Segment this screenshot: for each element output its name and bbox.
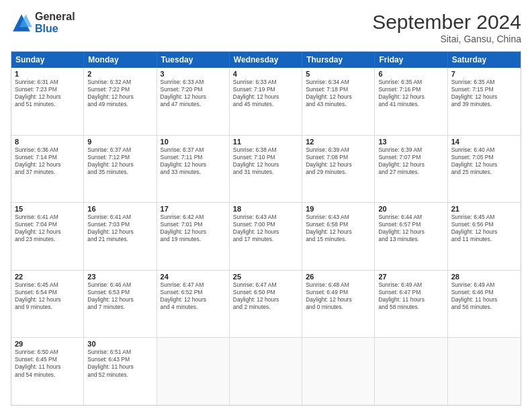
cell-info-line: and 52 minutes. xyxy=(87,371,152,379)
day-cell-29: 29Sunrise: 6:50 AMSunset: 6:45 PMDayligh… xyxy=(11,338,84,405)
cell-info-line: Sunrise: 6:48 AM xyxy=(306,281,371,289)
cell-info-line: and 27 minutes. xyxy=(378,169,443,176)
day-cell-13: 13Sunrise: 6:39 AMSunset: 7:07 PMDayligh… xyxy=(375,136,447,203)
cell-info-line: Sunrise: 6:31 AM xyxy=(15,79,80,86)
day-number: 29 xyxy=(15,340,80,348)
cell-info-line: Daylight: 12 hours xyxy=(233,161,298,169)
cell-info-line: Daylight: 11 hours xyxy=(87,363,152,371)
cell-info-line: Sunrise: 6:41 AM xyxy=(87,214,152,221)
calendar-row-3: 15Sunrise: 6:41 AMSunset: 7:04 PMDayligh… xyxy=(11,203,521,271)
cell-info-line: Daylight: 12 hours xyxy=(15,296,80,304)
cell-info-line: Sunrise: 6:33 AM xyxy=(161,79,226,86)
cell-info-line: Daylight: 12 hours xyxy=(87,161,152,169)
day-cell-15: 15Sunrise: 6:41 AMSunset: 7:04 PMDayligh… xyxy=(11,203,84,270)
cell-info-line: and 31 minutes. xyxy=(233,169,298,176)
cell-info-line: and 37 minutes. xyxy=(15,169,80,176)
cell-info-line: Sunrise: 6:32 AM xyxy=(87,79,152,86)
cell-info-line: Daylight: 12 hours xyxy=(233,296,298,304)
day-cell-27: 27Sunrise: 6:49 AMSunset: 6:47 PMDayligh… xyxy=(375,271,447,338)
cell-info-line: Sunrise: 6:49 AM xyxy=(378,281,443,289)
cell-info-line: and 29 minutes. xyxy=(306,169,371,176)
day-number: 2 xyxy=(87,70,152,78)
cell-info-line: Sunrise: 6:37 AM xyxy=(161,146,226,154)
cell-info-line: Sunset: 6:50 PM xyxy=(233,289,298,296)
day-number: 11 xyxy=(233,138,298,146)
cell-info-line: and 25 minutes. xyxy=(451,169,517,176)
cell-info-line: Sunset: 7:22 PM xyxy=(87,86,152,93)
day-number: 22 xyxy=(15,273,80,281)
calendar: SundayMondayTuesdayWednesdayThursdayFrid… xyxy=(11,51,521,406)
day-number: 19 xyxy=(306,205,371,213)
cell-info-line: and 54 minutes. xyxy=(15,371,80,379)
cell-info-line: Daylight: 12 hours xyxy=(233,93,298,101)
day-number: 17 xyxy=(161,205,226,213)
cell-info-line: Sunrise: 6:44 AM xyxy=(378,214,443,221)
day-cell-28: 28Sunrise: 6:49 AMSunset: 6:46 PMDayligh… xyxy=(448,271,521,338)
day-number: 21 xyxy=(451,205,517,213)
day-number: 15 xyxy=(15,205,80,213)
day-cell-7: 7Sunrise: 6:35 AMSunset: 7:15 PMDaylight… xyxy=(448,68,521,135)
empty-cell-4-2 xyxy=(157,338,230,405)
cell-info-line: and 23 minutes. xyxy=(15,236,80,243)
day-cell-11: 11Sunrise: 6:38 AMSunset: 7:10 PMDayligh… xyxy=(230,136,302,203)
cell-info-line: and 58 minutes. xyxy=(378,304,443,311)
day-cell-4: 4Sunrise: 6:33 AMSunset: 7:19 PMDaylight… xyxy=(230,68,302,135)
cell-info-line: Sunset: 7:01 PM xyxy=(161,221,226,228)
cell-info-line: Sunrise: 6:36 AM xyxy=(15,146,80,154)
cell-info-line: Daylight: 12 hours xyxy=(306,296,371,304)
day-cell-16: 16Sunrise: 6:41 AMSunset: 7:03 PMDayligh… xyxy=(84,203,157,270)
day-cell-6: 6Sunrise: 6:35 AMSunset: 7:16 PMDaylight… xyxy=(375,68,447,135)
day-number: 25 xyxy=(233,273,298,281)
cell-info-line: Daylight: 12 hours xyxy=(87,228,152,236)
cell-info-line: Daylight: 12 hours xyxy=(378,93,443,101)
cell-info-line: and 33 minutes. xyxy=(161,169,226,176)
cell-info-line: Sunset: 7:12 PM xyxy=(87,154,152,161)
cell-info-line: and 49 minutes. xyxy=(87,101,152,108)
day-number: 10 xyxy=(161,138,226,146)
cell-info-line: Sunrise: 6:46 AM xyxy=(87,281,152,289)
cell-info-line: and 4 minutes. xyxy=(161,304,226,311)
calendar-row-2: 8Sunrise: 6:36 AMSunset: 7:14 PMDaylight… xyxy=(11,136,521,203)
calendar-row-1: 1Sunrise: 6:31 AMSunset: 7:23 PMDaylight… xyxy=(11,68,521,136)
day-number: 8 xyxy=(15,138,80,146)
cell-info-line: Sunrise: 6:42 AM xyxy=(161,214,226,221)
logo-icon xyxy=(11,12,32,34)
header-day-friday: Friday xyxy=(375,52,447,68)
day-number: 18 xyxy=(233,205,298,213)
cell-info-line: Sunset: 7:04 PM xyxy=(15,221,80,228)
day-number: 20 xyxy=(378,205,443,213)
cell-info-line: Sunrise: 6:47 AM xyxy=(233,281,298,289)
cell-info-line: Sunset: 7:23 PM xyxy=(15,86,80,93)
cell-info-line: Sunset: 7:07 PM xyxy=(378,154,443,161)
day-cell-14: 14Sunrise: 6:40 AMSunset: 7:05 PMDayligh… xyxy=(448,136,521,203)
cell-info-line: Sunrise: 6:37 AM xyxy=(87,146,152,154)
cell-info-line: Sunrise: 6:33 AM xyxy=(233,79,298,86)
cell-info-line: Sunset: 7:00 PM xyxy=(233,221,298,228)
cell-info-line: Sunset: 7:08 PM xyxy=(306,154,371,161)
cell-info-line: Sunset: 7:11 PM xyxy=(161,154,226,161)
empty-cell-4-3 xyxy=(230,338,302,405)
cell-info-line: and 13 minutes. xyxy=(378,236,443,243)
cell-info-line: Sunset: 7:18 PM xyxy=(306,86,371,93)
cell-info-line: and 21 minutes. xyxy=(87,236,152,243)
cell-info-line: Sunset: 6:43 PM xyxy=(87,356,152,363)
cell-info-line: Sunset: 6:47 PM xyxy=(378,289,443,296)
cell-info-line: and 47 minutes. xyxy=(161,101,226,108)
cell-info-line: Daylight: 12 hours xyxy=(306,161,371,169)
day-cell-26: 26Sunrise: 6:48 AMSunset: 6:49 PMDayligh… xyxy=(302,271,375,338)
header: General Blue September 2024 Sitai, Gansu… xyxy=(11,11,521,44)
cell-info-line: Sunrise: 6:45 AM xyxy=(15,281,80,289)
cell-info-line: and 7 minutes. xyxy=(87,304,152,311)
cell-info-line: Sunset: 6:57 PM xyxy=(378,221,443,228)
day-number: 26 xyxy=(306,273,371,281)
cell-info-line: Sunset: 7:15 PM xyxy=(451,86,517,93)
day-cell-18: 18Sunrise: 6:43 AMSunset: 7:00 PMDayligh… xyxy=(230,203,302,270)
calendar-row-4: 22Sunrise: 6:45 AMSunset: 6:54 PMDayligh… xyxy=(11,271,521,338)
day-number: 4 xyxy=(233,70,298,78)
day-cell-5: 5Sunrise: 6:34 AMSunset: 7:18 PMDaylight… xyxy=(302,68,375,135)
cell-info-line: Sunset: 7:03 PM xyxy=(87,221,152,228)
cell-info-line: and 39 minutes. xyxy=(451,101,517,108)
cell-info-line: Daylight: 12 hours xyxy=(15,228,80,236)
cell-info-line: and 45 minutes. xyxy=(233,101,298,108)
cell-info-line: Daylight: 12 hours xyxy=(161,228,226,236)
